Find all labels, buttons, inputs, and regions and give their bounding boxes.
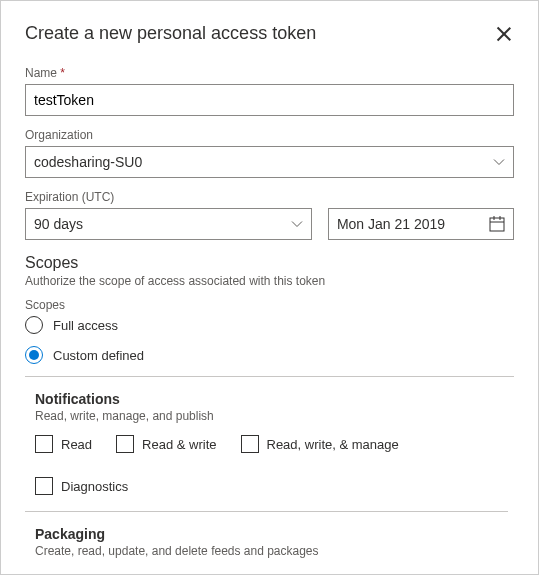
scope-checkbox[interactable]: Read & write <box>116 435 216 453</box>
radio-full-access[interactable]: Full access <box>25 316 514 334</box>
group-title: Notifications <box>35 391 508 407</box>
org-value: codesharing-SU0 <box>34 154 142 170</box>
panel-title: Create a new personal access token <box>25 23 316 44</box>
scopes-title: Scopes <box>25 254 514 272</box>
radio-custom-defined[interactable]: Custom defined <box>25 346 514 364</box>
checkbox-label: Read <box>61 437 92 452</box>
group-desc: Create, read, update, and delete feeds a… <box>35 544 508 558</box>
calendar-icon <box>489 216 505 232</box>
org-label: Organization <box>25 128 514 142</box>
exp-label: Expiration (UTC) <box>25 190 514 204</box>
scopes-desc: Authorize the scope of access associated… <box>25 274 514 288</box>
exp-date-picker[interactable]: Mon Jan 21 2019 <box>328 208 514 240</box>
checkbox-label: Diagnostics <box>61 479 128 494</box>
name-input[interactable] <box>25 84 514 116</box>
checkbox-box <box>35 477 53 495</box>
scope-group: PackagingCreate, read, update, and delet… <box>25 512 508 558</box>
chevron-down-icon <box>291 218 303 230</box>
exp-date-value: Mon Jan 21 2019 <box>337 216 445 232</box>
group-title: Packaging <box>35 526 508 542</box>
checkbox-label: Read & write <box>142 437 216 452</box>
checkbox-box <box>35 435 53 453</box>
scopes-scroll-area[interactable]: NotificationsRead, write, manage, and pu… <box>25 376 514 558</box>
scope-checkbox[interactable]: Read, write, & manage <box>241 435 399 453</box>
scope-checkbox[interactable]: Read <box>35 435 92 453</box>
radio-custom-label: Custom defined <box>53 348 144 363</box>
checkbox-label: Read, write, & manage <box>267 437 399 452</box>
chevron-down-icon <box>493 156 505 168</box>
checkbox-box <box>116 435 134 453</box>
radio-icon <box>25 316 43 334</box>
name-label: Name <box>25 66 514 80</box>
scopes-label: Scopes <box>25 298 514 312</box>
checkbox-box <box>241 435 259 453</box>
org-select[interactable]: codesharing-SU0 <box>25 146 514 178</box>
radio-icon <box>25 346 43 364</box>
group-desc: Read, write, manage, and publish <box>35 409 508 423</box>
close-icon[interactable] <box>494 24 514 44</box>
svg-rect-0 <box>490 218 504 231</box>
radio-full-label: Full access <box>53 318 118 333</box>
scope-checkbox[interactable]: Diagnostics <box>35 477 128 495</box>
exp-value: 90 days <box>34 216 83 232</box>
scope-group: NotificationsRead, write, manage, and pu… <box>25 377 508 512</box>
exp-select[interactable]: 90 days <box>25 208 312 240</box>
